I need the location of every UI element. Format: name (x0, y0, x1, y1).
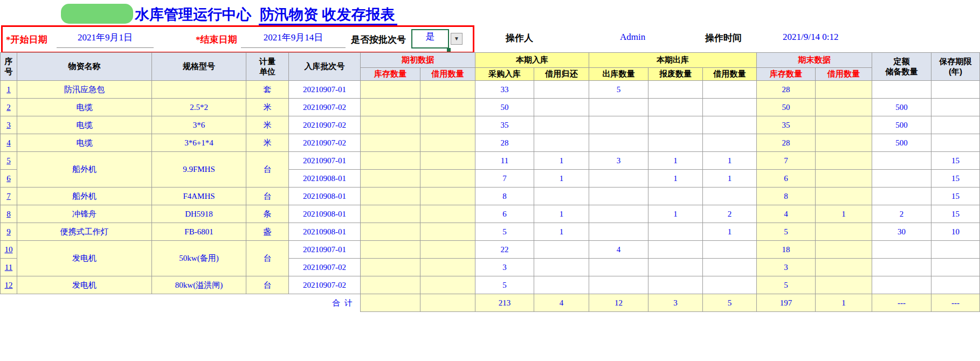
cell-spec-model: DH5918 (152, 205, 246, 223)
start-date-label: *开始日期 (6, 33, 47, 46)
cell-material-name: 电缆 (17, 134, 152, 152)
cell-out-borrow: 2 (703, 205, 757, 223)
dropdown-arrow-button[interactable]: ▼ (451, 33, 463, 45)
cell-scrap-qty (648, 116, 703, 134)
row-seq-link[interactable]: 6 (6, 174, 11, 183)
cell-spec-model (152, 81, 246, 99)
table-row: 12发电机80kw(溢洪闸)台20210907-0255 (1, 276, 980, 294)
cell-save-period: 15 (931, 170, 980, 188)
cell-borrow-return: 1 (534, 170, 589, 188)
cell-out-borrow (703, 276, 757, 294)
total-cell-end-borrow: 1 (816, 294, 872, 312)
cell-out-qty (589, 276, 648, 294)
row-seq-link[interactable]: 4 (6, 138, 11, 147)
cell-material-name: 电缆 (17, 116, 152, 134)
row-seq-link[interactable]: 5 (6, 156, 11, 165)
cell-begin-stock (361, 276, 420, 294)
cell-purchase-in: 5 (475, 223, 534, 241)
cell-quota (872, 241, 931, 259)
total-cell-begin-stock (361, 294, 420, 312)
cell-begin-stock (361, 81, 420, 99)
cell-begin-borrow (420, 259, 475, 276)
cell-batch-no: 20210907-01 (289, 241, 361, 259)
header-row-groups: 序 号 物资名称 规格型号 计量 单位 入库批次号 期初数据 本期入库 本期出库… (1, 53, 980, 68)
cell-scrap-qty (648, 81, 703, 99)
cell-purchase-in: 28 (475, 134, 534, 152)
row-seq-link[interactable]: 2 (6, 103, 11, 112)
cell-scrap-qty (648, 188, 703, 205)
cell-seq: 3 (1, 116, 17, 134)
cell-begin-borrow (420, 134, 475, 152)
total-cell-begin-borrow (420, 294, 475, 312)
cell-material-name: 船外机 (17, 152, 152, 188)
cell-batch-no: 20210907-02 (289, 99, 361, 116)
cell-batch-no: 20210908-01 (289, 170, 361, 188)
row-seq-link[interactable]: 9 (6, 227, 11, 236)
cell-material-name: 发电机 (17, 241, 152, 276)
cell-begin-stock (361, 241, 420, 259)
cell-fill-handle[interactable] (447, 48, 451, 52)
cell-save-period: 10 (931, 223, 980, 241)
page-title-report: 防汛物资 收发存报表 (259, 6, 397, 25)
cell-end-borrow (816, 116, 872, 134)
cell-quota (872, 276, 931, 294)
cell-out-borrow: 1 (703, 170, 757, 188)
page-title-center: 水库管理运行中心 (135, 6, 251, 23)
cell-spec-model: 9.9FMHS (152, 152, 246, 188)
row-seq-link[interactable]: 7 (6, 192, 11, 200)
total-cell-end-stock: 197 (757, 294, 816, 312)
start-date-field[interactable]: 2021年9月1日 (57, 31, 154, 48)
cell-out-borrow: 1 (703, 223, 757, 241)
cell-material-name: 船外机 (17, 188, 152, 205)
cell-end-stock: 5 (757, 223, 816, 241)
cell-seq: 11 (1, 259, 17, 276)
end-date-field[interactable]: 2021年9月14日 (241, 31, 346, 48)
cell-begin-borrow (420, 81, 475, 99)
cell-unit: 米 (246, 134, 289, 152)
cell-end-borrow (816, 188, 872, 205)
table-row: 2电缆2.5*2米20210907-025050500 (1, 99, 980, 116)
col-header-period: 保存期限 (年) (931, 53, 980, 81)
cell-quota: 500 (872, 134, 931, 152)
cell-end-stock: 50 (757, 99, 816, 116)
cell-out-qty (589, 170, 648, 188)
cell-borrow-return (534, 99, 589, 116)
row-seq-link[interactable]: 1 (6, 85, 11, 94)
cell-scrap-qty (648, 259, 703, 276)
row-seq-link[interactable]: 8 (6, 210, 11, 218)
cell-batch-no: 20210908-01 (289, 223, 361, 241)
cell-out-qty: 5 (589, 81, 648, 99)
cell-quota: 30 (872, 223, 931, 241)
cell-save-period (931, 241, 980, 259)
cell-begin-stock (361, 223, 420, 241)
cell-scrap-qty: 1 (648, 152, 703, 170)
cell-purchase-in: 8 (475, 188, 534, 205)
cell-unit: 米 (246, 99, 289, 116)
cell-purchase-in: 11 (475, 152, 534, 170)
materials-report-table: 序 号 物资名称 规格型号 计量 单位 入库批次号 期初数据 本期入库 本期出库… (0, 52, 980, 312)
cell-out-qty: 4 (589, 241, 648, 259)
cell-quota (872, 170, 931, 188)
row-seq-link[interactable]: 3 (6, 121, 11, 129)
cell-out-borrow: 1 (703, 152, 757, 170)
col-header-purchase-in: 采购入库 (475, 68, 534, 81)
row-seq-link[interactable]: 12 (5, 281, 13, 289)
total-cell-out-borrow: 5 (703, 294, 757, 312)
cell-unit: 套 (246, 81, 289, 99)
cell-borrow-return (534, 241, 589, 259)
cell-borrow-return: 1 (534, 223, 589, 241)
cell-material-name: 电缆 (17, 99, 152, 116)
cell-begin-stock (361, 188, 420, 205)
batch-toggle-select[interactable]: 是 (411, 29, 449, 48)
group-header-beginning: 期初数据 (361, 53, 475, 68)
row-seq-link[interactable]: 10 (5, 245, 13, 254)
cell-end-borrow (816, 152, 872, 170)
cell-end-stock: 18 (757, 241, 816, 259)
row-seq-link[interactable]: 11 (5, 263, 12, 272)
col-header-begin-stock: 库存数量 (361, 68, 420, 81)
cell-borrow-return: 1 (534, 152, 589, 170)
cell-save-period: 15 (931, 188, 980, 205)
cell-save-period (931, 116, 980, 134)
cell-borrow-return (534, 276, 589, 294)
batch-toggle-label: 是否按批次号 (351, 33, 406, 46)
